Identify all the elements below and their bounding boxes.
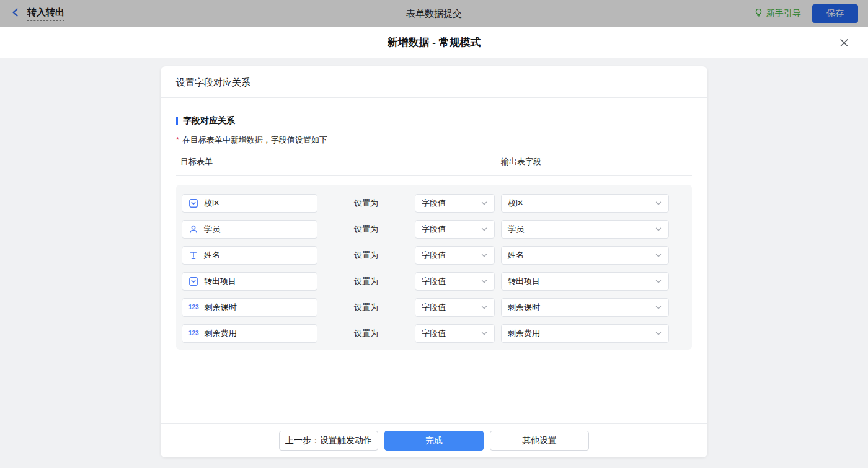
output-field-select[interactable]: 剩余课时	[501, 298, 669, 317]
page-title: 表单数据提交	[0, 8, 868, 20]
target-field-box[interactable]: 123 剩余费用	[182, 324, 317, 343]
column-header-output-field: 输出表字段	[501, 156, 541, 167]
operator-select-value: 字段值	[422, 224, 446, 235]
operator-select[interactable]: 字段值	[415, 298, 495, 317]
beginner-guide-label: 新手引导	[766, 8, 801, 19]
column-headers: 目标表单 输出表字段	[176, 156, 692, 176]
target-field-box[interactable]: 123 剩余课时	[182, 298, 317, 317]
chevron-down-icon	[655, 252, 662, 259]
operator-select-value: 字段值	[422, 302, 446, 313]
select-field-icon	[188, 276, 198, 286]
output-field-select[interactable]: 剩余费用	[501, 324, 669, 343]
output-field-select[interactable]: 转出项目	[501, 272, 669, 291]
target-field-box[interactable]: 学员	[182, 220, 317, 239]
other-settings-button[interactable]: 其他设置	[490, 431, 589, 451]
section-heading: 字段对应关系	[176, 115, 692, 126]
target-field-label: 剩余费用	[205, 328, 237, 339]
section-note: *在目标表单中新增数据，字段值设置如下	[176, 135, 692, 146]
operator-select-value: 字段值	[422, 250, 446, 261]
top-bar: 转入转出 表单数据提交 新手引导 保存	[0, 0, 868, 27]
section-note-text: 在目标表单中新增数据，字段值设置如下	[182, 135, 327, 144]
section-heading-label: 字段对应关系	[183, 115, 235, 126]
target-field-label: 转出项目	[204, 276, 236, 287]
modal-title: 新增数据 - 常规模式	[387, 35, 480, 50]
chevron-down-icon	[480, 304, 488, 311]
done-button[interactable]: 完成	[384, 431, 484, 451]
field-mapping-row: 姓名 设置为 字段值 姓名	[182, 246, 686, 265]
section-heading-accent-bar	[176, 117, 178, 125]
operator-select[interactable]: 字段值	[415, 246, 495, 265]
chevron-down-icon	[480, 226, 488, 233]
target-field-box[interactable]: 校区	[182, 194, 317, 213]
chevron-down-icon	[655, 304, 662, 311]
output-field-select-value: 剩余费用	[508, 328, 540, 339]
field-mapping-row: 校区 设置为 字段值 校区	[182, 194, 686, 213]
previous-step-button[interactable]: 上一步：设置触发动作	[279, 431, 378, 451]
card-header-title: 设置字段对应关系	[161, 66, 707, 98]
set-as-label: 设置为	[317, 224, 415, 235]
modal-header: 新增数据 - 常规模式	[0, 27, 868, 58]
set-as-label: 设置为	[317, 276, 415, 287]
number-field-icon: 123	[188, 304, 199, 311]
member-field-icon	[188, 224, 198, 234]
column-header-target-form: 目标表单	[180, 156, 501, 167]
close-icon	[839, 40, 849, 50]
target-field-box[interactable]: 转出项目	[182, 272, 317, 291]
output-field-select[interactable]: 学员	[501, 220, 669, 239]
output-field-select[interactable]: 校区	[501, 194, 669, 213]
operator-select-value: 字段值	[422, 276, 446, 287]
set-as-label: 设置为	[317, 198, 415, 209]
chevron-down-icon	[480, 200, 488, 207]
save-button[interactable]: 保存	[812, 4, 858, 23]
card-footer: 上一步：设置触发动作 完成 其他设置	[161, 423, 707, 457]
required-asterisk: *	[176, 136, 179, 144]
set-as-label: 设置为	[317, 250, 415, 261]
close-button[interactable]	[836, 35, 852, 50]
output-field-select-value: 校区	[508, 198, 524, 209]
operator-select[interactable]: 字段值	[415, 220, 495, 239]
operator-select-value: 字段值	[422, 328, 446, 339]
field-mapping-row: 学员 设置为 字段值 学员	[182, 220, 686, 239]
chevron-down-icon	[655, 278, 662, 285]
field-mapping-row: 123 剩余费用 设置为 字段值 剩余费用	[182, 324, 686, 343]
output-field-select[interactable]: 姓名	[501, 246, 669, 265]
field-mapping-panel: 校区 设置为 字段值 校区	[176, 185, 692, 350]
operator-select[interactable]: 字段值	[415, 272, 495, 291]
target-field-label: 姓名	[204, 250, 220, 261]
chevron-down-icon	[655, 200, 662, 207]
text-field-icon	[188, 250, 198, 260]
field-mapping-row: 123 剩余课时 设置为 字段值 剩余课时	[182, 298, 686, 317]
chevron-down-icon	[480, 252, 488, 259]
target-field-label: 学员	[204, 224, 220, 235]
card-body: 字段对应关系 *在目标表单中新增数据，字段值设置如下 目标表单 输出表字段 校区	[161, 98, 707, 423]
beginner-guide-button[interactable]: 新手引导	[754, 8, 801, 20]
field-mapping-card: 设置字段对应关系 字段对应关系 *在目标表单中新增数据，字段值设置如下 目标表单…	[161, 66, 707, 457]
output-field-select-value: 姓名	[508, 250, 524, 261]
page-body: 设置字段对应关系 字段对应关系 *在目标表单中新增数据，字段值设置如下 目标表单…	[0, 66, 868, 468]
operator-select-value: 字段值	[422, 198, 446, 209]
set-as-label: 设置为	[317, 328, 415, 339]
chevron-down-icon	[655, 330, 662, 337]
select-field-icon	[188, 198, 198, 208]
set-as-label: 设置为	[317, 302, 415, 313]
output-field-select-value: 学员	[508, 224, 524, 235]
output-field-select-value: 转出项目	[508, 276, 540, 287]
chevron-down-icon	[480, 330, 488, 337]
target-field-box[interactable]: 姓名	[182, 246, 317, 265]
field-mapping-row: 转出项目 设置为 字段值 转出项目	[182, 272, 686, 291]
chevron-down-icon	[480, 278, 488, 285]
target-field-label: 剩余课时	[205, 302, 237, 313]
lightbulb-icon	[754, 8, 763, 20]
target-field-label: 校区	[204, 198, 220, 209]
number-field-icon: 123	[188, 330, 199, 337]
output-field-select-value: 剩余课时	[508, 302, 540, 313]
operator-select[interactable]: 字段值	[415, 194, 495, 213]
chevron-down-icon	[655, 226, 662, 233]
operator-select[interactable]: 字段值	[415, 324, 495, 343]
